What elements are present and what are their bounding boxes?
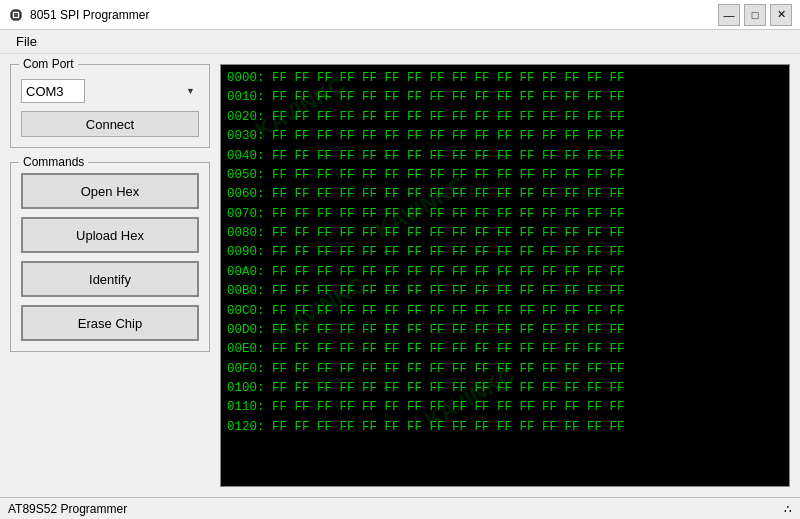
hex-line: 0080: FF FF FF FF FF FF FF FF FF FF FF F…	[227, 224, 783, 243]
minimize-button[interactable]: —	[718, 4, 740, 26]
status-right: ∴	[784, 502, 792, 516]
window-controls: — □ ✕	[718, 4, 792, 26]
menu-bar: File	[0, 30, 800, 54]
hex-line: 0000: FF FF FF FF FF FF FF FF FF FF FF F…	[227, 69, 783, 88]
title-bar: 8051 SPI Programmer — □ ✕	[0, 0, 800, 30]
hex-line: 00B0: FF FF FF FF FF FF FF FF FF FF FF F…	[227, 282, 783, 301]
hex-line: 0020: FF FF FF FF FF FF FF FF FF FF FF F…	[227, 108, 783, 127]
hex-display[interactable]: 0000: FF FF FF FF FF FF FF FF FF FF FF F…	[221, 65, 789, 486]
status-bar: AT89S52 Programmer ∴	[0, 497, 800, 519]
hex-line: 0090: FF FF FF FF FF FF FF FF FF FF FF F…	[227, 243, 783, 262]
hex-line: 0070: FF FF FF FF FF FF FF FF FF FF FF F…	[227, 205, 783, 224]
erase-chip-button[interactable]: Erase Chip	[21, 305, 199, 341]
hex-line: 0040: FF FF FF FF FF FF FF FF FF FF FF F…	[227, 147, 783, 166]
open-hex-button[interactable]: Open Hex	[21, 173, 199, 209]
svg-rect-1	[14, 13, 18, 17]
hex-line: 0010: FF FF FF FF FF FF FF FF FF FF FF F…	[227, 88, 783, 107]
hex-line: 00A0: FF FF FF FF FF FF FF FF FF FF FF F…	[227, 263, 783, 282]
hex-line: 0050: FF FF FF FF FF FF FF FF FF FF FF F…	[227, 166, 783, 185]
commands-label: Commands	[19, 155, 88, 169]
comport-label: Com Port	[19, 57, 78, 71]
connect-button[interactable]: Connect	[21, 111, 199, 137]
menu-item-file[interactable]: File	[8, 32, 45, 51]
hex-line: 0030: FF FF FF FF FF FF FF FF FF FF FF F…	[227, 127, 783, 146]
status-text: AT89S52 Programmer	[8, 502, 127, 516]
comport-group: Com Port COM1 COM2 COM3 COM4 Connect	[10, 64, 210, 148]
window-title: 8051 SPI Programmer	[30, 8, 149, 22]
hex-line: 00D0: FF FF FF FF FF FF FF FF FF FF FF F…	[227, 321, 783, 340]
comport-select[interactable]: COM1 COM2 COM3 COM4	[21, 79, 85, 103]
title-bar-left: 8051 SPI Programmer	[8, 7, 149, 23]
hex-line: 0120: FF FF FF FF FF FF FF FF FF FF FF F…	[227, 418, 783, 437]
close-button[interactable]: ✕	[770, 4, 792, 26]
comport-row: COM1 COM2 COM3 COM4	[21, 79, 199, 103]
left-panel: Com Port COM1 COM2 COM3 COM4 Connect Com…	[10, 64, 210, 487]
hex-line: 0060: FF FF FF FF FF FF FF FF FF FF FF F…	[227, 185, 783, 204]
hex-line: 00F0: FF FF FF FF FF FF FF FF FF FF FF F…	[227, 360, 783, 379]
identify-button[interactable]: Identify	[21, 261, 199, 297]
main-content: Com Port COM1 COM2 COM3 COM4 Connect Com…	[0, 54, 800, 497]
hex-line: 0100: FF FF FF FF FF FF FF FF FF FF FF F…	[227, 379, 783, 398]
hex-display-wrapper: KAVINKC KAVINKC KAVINKC KAVINKC 0000: FF…	[220, 64, 790, 487]
hex-line: 0110: FF FF FF FF FF FF FF FF FF FF FF F…	[227, 398, 783, 417]
chip-icon	[8, 7, 24, 23]
comport-select-wrapper: COM1 COM2 COM3 COM4	[21, 79, 199, 103]
upload-hex-button[interactable]: Upload Hex	[21, 217, 199, 253]
hex-line: 00E0: FF FF FF FF FF FF FF FF FF FF FF F…	[227, 340, 783, 359]
maximize-button[interactable]: □	[744, 4, 766, 26]
commands-group: Commands Open Hex Upload Hex Identify Er…	[10, 162, 210, 352]
hex-line: 00C0: FF FF FF FF FF FF FF FF FF FF FF F…	[227, 302, 783, 321]
